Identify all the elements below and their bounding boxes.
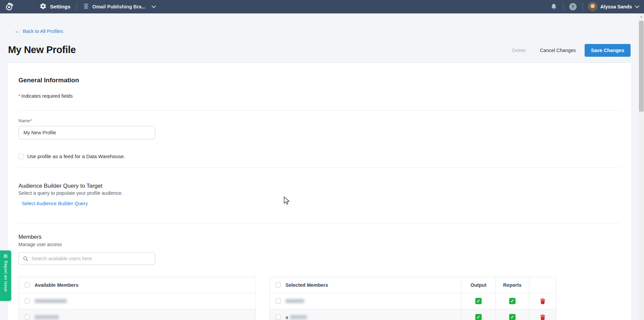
top-navbar: Settings Omail Publishing Bra... — [0, 0, 644, 13]
available-members-header: Available Members — [35, 282, 78, 288]
search-icon — [23, 256, 29, 262]
user-name: Alyssa Sands — [600, 4, 632, 9]
remove-member-button[interactable] — [540, 298, 545, 304]
data-warehouse-checkbox-label: Use profile as a feed for a Data Warehou… — [27, 153, 125, 159]
remove-member-button[interactable] — [540, 314, 545, 320]
table-row[interactable] — [19, 293, 256, 309]
nav-settings[interactable]: Settings — [40, 0, 70, 13]
audience-builder-subtext: Select a query to populate your profile … — [18, 190, 123, 196]
nav-divider — [563, 3, 564, 11]
general-information-heading: General Information — [18, 77, 79, 84]
menu-hamburger-icon[interactable] — [22, 0, 30, 13]
redacted-member-name — [35, 299, 67, 303]
data-warehouse-checkbox[interactable] — [18, 154, 24, 159]
profile-form-card: General Information *Indicates required … — [7, 62, 632, 320]
output-column-header: Output — [461, 277, 495, 293]
trash-icon — [540, 298, 545, 304]
reports-enabled-toggle[interactable]: ✓ — [509, 314, 516, 320]
redacted-member-name — [285, 299, 304, 303]
select-all-selected-checkbox[interactable] — [276, 282, 281, 287]
gear-icon — [40, 3, 47, 11]
report-an-issue-tab[interactable]: Report an Issue — [0, 250, 11, 301]
available-members-table: Available Members — [18, 277, 256, 320]
table-row[interactable]: a ✓ ✓ — [270, 309, 556, 320]
member-checkbox[interactable] — [25, 299, 30, 304]
members-search-input[interactable] — [32, 256, 151, 261]
audience-builder-heading: Audience Builder Query to Target — [18, 183, 102, 189]
bug-icon — [3, 253, 8, 259]
section-divider — [18, 223, 621, 223]
select-all-available-checkbox[interactable] — [25, 282, 30, 287]
select-audience-query-link[interactable]: Select Audience Builder Query — [22, 201, 88, 206]
section-divider — [18, 110, 621, 110]
required-asterisk: * — [18, 93, 20, 99]
member-checkbox[interactable] — [25, 315, 30, 320]
members-heading: Members — [18, 234, 42, 240]
member-checkbox[interactable] — [276, 299, 281, 304]
scrollbar-up-arrow[interactable]: ▲ — [639, 15, 644, 18]
member-name-prefix: a — [285, 315, 288, 320]
notifications-bell-icon[interactable] — [550, 0, 557, 13]
avatar — [588, 2, 597, 11]
table-row[interactable] — [19, 309, 256, 320]
header-actions: Delete Cancel Changes Save Changes — [506, 44, 631, 57]
nav-divider — [76, 3, 77, 11]
trash-icon — [540, 314, 545, 320]
data-warehouse-checkbox-row: Use profile as a feed for a Data Warehou… — [18, 153, 125, 159]
back-to-profiles-link[interactable]: ← Back to All Profiles — [14, 28, 63, 34]
redacted-member-name — [35, 315, 59, 319]
brand-dropdown[interactable]: Omail Publishing Bra... — [83, 0, 156, 13]
redacted-member-name — [290, 315, 307, 319]
name-field-label: Name* — [18, 118, 32, 123]
page-title: My New Profile — [8, 44, 76, 55]
save-changes-button[interactable]: Save Changes — [585, 44, 631, 57]
brand-dropdown-label: Omail Publishing Bra... — [92, 4, 146, 9]
database-icon — [83, 3, 89, 11]
cancel-changes-button[interactable]: Cancel Changes — [535, 44, 581, 56]
available-members-header-row: Available Members — [19, 277, 256, 293]
user-menu[interactable]: Alyssa Sands — [588, 0, 639, 13]
members-subtext: Manage user access — [18, 242, 62, 247]
help-icon[interactable]: ? — [569, 3, 577, 10]
selected-members-header: Selected Members — [285, 282, 328, 288]
chevron-down-icon — [152, 5, 156, 8]
omeda-logo-icon[interactable] — [5, 2, 13, 11]
output-enabled-toggle[interactable]: ✓ — [475, 298, 482, 304]
delete-button[interactable]: Delete — [506, 44, 531, 56]
chevron-down-icon — [635, 5, 639, 8]
required-fields-note: *Indicates required fields — [18, 93, 73, 99]
table-row[interactable]: ✓ ✓ — [270, 293, 556, 309]
selected-members-header-row: Selected Members Output Reports — [270, 277, 556, 293]
profile-name-input[interactable] — [18, 126, 155, 139]
back-arrow-icon: ← — [14, 28, 20, 34]
report-an-issue-label: Report an Issue — [3, 261, 8, 292]
reports-column-header: Reports — [495, 277, 529, 293]
back-link-label: Back to All Profiles — [23, 29, 63, 34]
selected-members-table: Selected Members Output Reports ✓ ✓ — [269, 277, 556, 320]
members-search — [18, 252, 155, 265]
nav-divider — [582, 3, 583, 11]
nav-settings-label: Settings — [50, 4, 70, 10]
scrollbar-thumb[interactable] — [639, 21, 644, 111]
vertical-scrollbar[interactable]: ▲ — [639, 13, 644, 320]
section-divider — [18, 168, 621, 168]
reports-enabled-toggle[interactable]: ✓ — [509, 298, 516, 304]
output-enabled-toggle[interactable]: ✓ — [475, 314, 482, 320]
actions-column-header — [529, 277, 556, 293]
member-checkbox[interactable] — [276, 315, 281, 320]
